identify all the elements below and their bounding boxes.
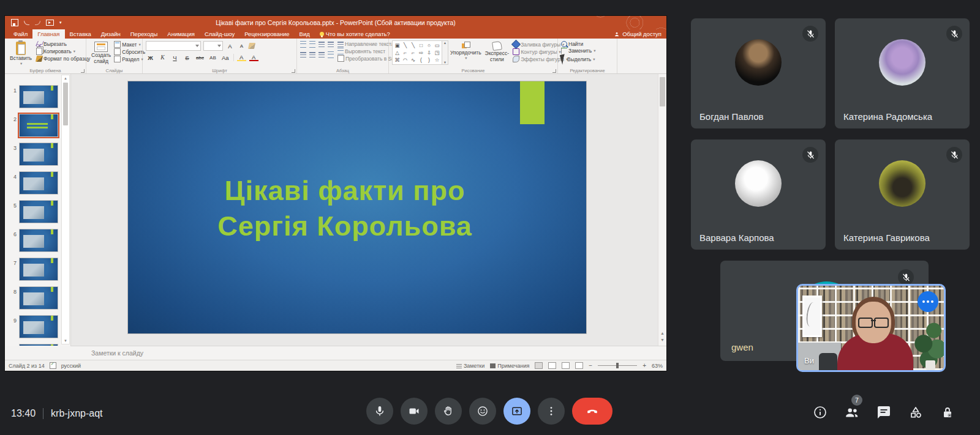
language-indicator[interactable]: русский — [61, 363, 81, 369]
canvas-scrollbar[interactable]: ˄ ▲▼ — [658, 73, 666, 346]
scrollbar-thumb[interactable] — [63, 83, 68, 125]
shrink-font-button[interactable]: А — [237, 43, 246, 49]
slide-title[interactable]: Цікаві факти про Сергія Корольова — [128, 173, 562, 244]
highlight-color-button[interactable]: А — [237, 54, 246, 61]
tab-slideshow[interactable]: Слайд-шоу — [200, 29, 239, 39]
section-button[interactable]: Раздел▾ — [114, 56, 145, 62]
spellcheck-icon[interactable] — [50, 362, 56, 369]
next-slide-icon[interactable]: ▼ — [660, 338, 665, 342]
align-center-icon[interactable] — [309, 52, 315, 58]
layout-button[interactable]: Макет▾ — [114, 41, 145, 48]
character-spacing-button[interactable]: АВ — [208, 55, 217, 61]
participants-button[interactable]: 7 — [844, 404, 860, 420]
clear-formatting-icon[interactable] — [248, 43, 255, 49]
thumbnail-image[interactable] — [20, 287, 58, 309]
tab-file[interactable]: Файл — [9, 29, 32, 39]
slide-sorter-view-button[interactable] — [548, 362, 556, 369]
activities-button[interactable] — [908, 404, 924, 420]
slide-thumbnail-7[interactable]: 7 — [5, 256, 61, 284]
qat-dropdown-icon[interactable]: ▾ — [59, 16, 62, 29]
shapes-scrollbar[interactable]: ▲▼ — [442, 40, 448, 65]
slide-thumbnail-3[interactable]: 3 — [5, 141, 61, 169]
zoom-slider[interactable] — [598, 365, 637, 366]
slide-thumbnail-9[interactable]: 9 — [5, 313, 61, 342]
chat-button[interactable] — [876, 404, 892, 420]
zoom-percentage[interactable]: 63% — [652, 363, 663, 369]
slideshow-view-button[interactable] — [575, 362, 583, 369]
numbering-icon[interactable] — [309, 41, 315, 48]
change-case-button[interactable]: Аа — [221, 54, 230, 61]
decrease-indent-icon[interactable] — [318, 42, 325, 47]
paste-button[interactable]: Вставить ▾ — [8, 40, 34, 67]
zoom-in-button[interactable]: + — [643, 362, 646, 369]
raise-hand-button[interactable] — [435, 398, 462, 425]
underline-button[interactable]: Ч — [170, 54, 179, 61]
bold-button[interactable]: Ж — [146, 54, 155, 61]
normal-view-button[interactable] — [535, 362, 543, 369]
thumbnail-image[interactable] — [20, 258, 58, 280]
tab-animations[interactable]: Анимация — [162, 29, 200, 39]
font-dialog-launcher[interactable] — [292, 69, 295, 73]
align-left-icon[interactable] — [300, 52, 306, 58]
columns-icon[interactable] — [328, 51, 334, 58]
slide-thumbnail-10[interactable]: 10 — [5, 342, 61, 346]
microphone-button[interactable] — [366, 398, 393, 425]
select-button[interactable]: Выделить▾ — [561, 54, 614, 64]
notes-pane[interactable]: Заметки к слайду — [70, 346, 666, 360]
slide-thumbnail-1[interactable]: 1 — [5, 83, 61, 112]
thumbnail-image[interactable] — [20, 143, 58, 165]
tab-insert[interactable]: Вставка — [65, 29, 96, 39]
host-controls-button[interactable] — [940, 404, 956, 420]
participant-tile-karpova[interactable]: Варвара Карпова — [691, 139, 826, 250]
undo-icon[interactable] — [24, 21, 29, 25]
thumbnail-image-selected[interactable] — [20, 114, 58, 136]
tab-design[interactable]: Дизайн — [96, 29, 126, 39]
font-name-box[interactable] — [146, 41, 201, 51]
participant-tile-gavrikova[interactable]: Катерина Гаврикова — [835, 139, 970, 250]
redo-icon[interactable] — [35, 21, 40, 25]
more-options-button[interactable] — [538, 398, 565, 425]
copy-button[interactable]: Копировать▾ — [36, 48, 90, 55]
scroll-down-icon[interactable]: ▼ — [64, 338, 67, 344]
previous-slide-icon[interactable]: ▲ — [660, 331, 665, 335]
tab-transitions[interactable]: Переходы — [126, 29, 163, 39]
self-view[interactable]: Ви — [796, 284, 946, 372]
participant-tile-bogdan[interactable]: Богдан Павлов — [691, 18, 826, 128]
reading-view-button[interactable] — [562, 362, 570, 369]
font-size-box[interactable] — [203, 41, 223, 51]
self-view-options-button[interactable] — [918, 291, 938, 312]
italic-button[interactable]: К — [158, 54, 167, 61]
replace-button[interactable]: Заменить▾ — [561, 48, 614, 54]
slide-thumbnail-6[interactable]: 6 — [5, 227, 61, 256]
tell-me-box[interactable]: Что вы хотите сделать? — [315, 29, 395, 39]
current-slide[interactable]: Цікаві факти про Сергія Корольова — [128, 81, 586, 333]
shapes-gallery[interactable]: ▣╲╲□○▭ △⌐⌐⇨⇩◳ ⌘◠∿()☆ — [392, 40, 442, 65]
notes-toggle[interactable]: Заметки — [456, 363, 484, 369]
thumbnail-image[interactable] — [20, 316, 58, 338]
thumbnail-image[interactable] — [20, 344, 58, 346]
arrange-button[interactable]: Упорядочить ▾ — [448, 40, 483, 62]
increase-indent-icon[interactable] — [328, 42, 334, 47]
reactions-button[interactable] — [469, 398, 496, 425]
thumbnail-image[interactable] — [20, 201, 58, 223]
new-slide-button[interactable]: Создать слайд — [89, 40, 113, 65]
shadow-button[interactable]: S — [183, 54, 192, 61]
align-right-icon[interactable] — [318, 52, 325, 58]
slide-thumbnail-2[interactable]: 2 — [5, 112, 61, 141]
thumbnail-image[interactable] — [20, 229, 58, 251]
leave-call-button[interactable] — [572, 398, 612, 425]
quick-styles-button[interactable]: Экспресс- стили — [483, 40, 511, 64]
thumbnail-scrollbar[interactable]: ▲ ▼ — [61, 75, 70, 344]
slide-canvas[interactable]: Цікаві факти про Сергія Корольова ˄ ▲▼ — [71, 73, 666, 346]
clipboard-dialog-launcher[interactable] — [81, 69, 85, 73]
strikethrough-button[interactable]: abc — [195, 55, 205, 61]
comments-toggle[interactable]: Примечания — [490, 363, 529, 369]
slide-thumbnail-8[interactable]: 8 — [5, 284, 61, 313]
thumbnail-image[interactable] — [20, 86, 58, 108]
grow-font-button[interactable]: А — [225, 43, 235, 50]
zoom-slider-thumb[interactable] — [616, 363, 619, 368]
thumbnail-image[interactable] — [20, 172, 58, 194]
share-button[interactable]: Общий доступ — [614, 31, 662, 37]
save-icon[interactable] — [11, 19, 18, 26]
zoom-out-button[interactable]: − — [589, 362, 592, 369]
